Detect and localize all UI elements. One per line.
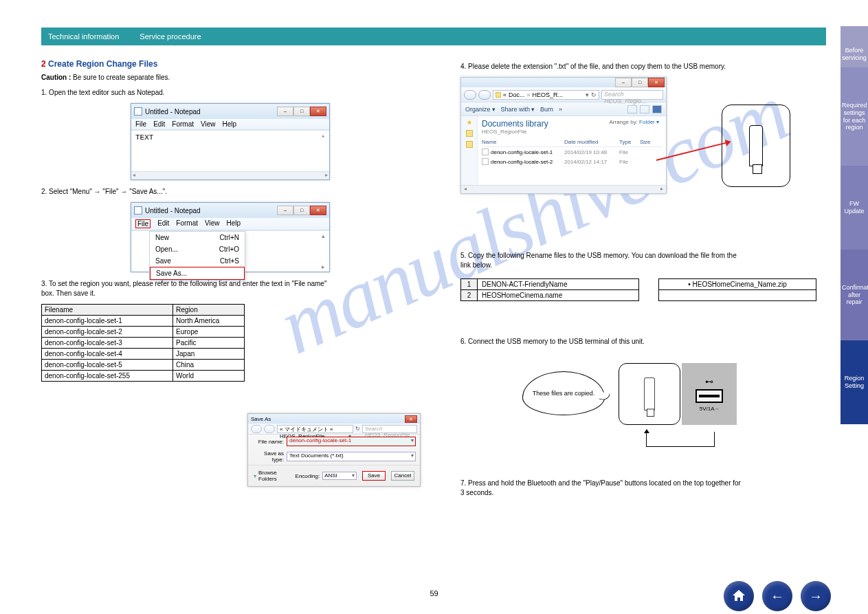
right-sidebar-tabs: Before servicing Required settings for e…	[841, 26, 868, 424]
home-button[interactable]	[724, 581, 754, 611]
next-page-button[interactable]: →	[801, 581, 831, 611]
minimize-button[interactable]: –	[277, 107, 293, 116]
submenu-new[interactable]: NewCtrl+N	[150, 232, 245, 243]
tab-region-setting[interactable]: Region Setting	[841, 340, 868, 424]
menu-format[interactable]: Format	[176, 219, 198, 228]
table-header-filename: Filename	[42, 305, 173, 316]
prev-page-button[interactable]: ←	[762, 581, 792, 611]
menu-edit[interactable]: Edit	[153, 120, 165, 128]
view-button[interactable]	[627, 105, 637, 113]
scrollbar-up-icon[interactable]: ▴	[322, 132, 325, 140]
menu-file[interactable]: File	[135, 120, 146, 128]
header-tech: Technical information	[48, 32, 119, 41]
left-column: 2 Create Region Change Files Caution : B…	[41, 59, 426, 382]
menu-help[interactable]: Help	[223, 120, 237, 128]
usb-drive-illustration	[722, 105, 790, 187]
explorer-sidebar: ★	[461, 116, 478, 185]
usb-symbol-icon: ⊷	[705, 377, 713, 386]
share-button[interactable]: Share with ▾	[501, 106, 535, 113]
close-button[interactable]: ✕	[310, 107, 326, 116]
tab-fw-update[interactable]: FW Update	[841, 166, 868, 250]
table-row: 2HEOSHomeCinema.name	[461, 290, 639, 301]
menu-view[interactable]: View	[201, 120, 216, 128]
page-number: 59	[430, 589, 438, 597]
saveas-title: Save As	[251, 416, 405, 422]
burn-button[interactable]: Burn	[540, 106, 553, 113]
maximize-button[interactable]: □	[293, 206, 310, 215]
help-button[interactable]	[652, 105, 662, 113]
submenu-saveas-highlighted[interactable]: Save As...	[150, 267, 245, 280]
notepad2-menubar: File Edit Format View Help	[131, 218, 329, 230]
browse-folders[interactable]: ▾Browse Folders	[254, 470, 290, 482]
column-headers[interactable]: Name Date modified Type Size	[482, 138, 662, 147]
zip-link[interactable]: • HEOSHomeCinema_Name.zip	[659, 279, 816, 290]
favorites-icon[interactable]: ★	[467, 119, 472, 126]
savetype-label: Save as type:	[252, 450, 284, 463]
submenu-save[interactable]: SaveCtrl+S	[150, 255, 245, 267]
file-row[interactable]: denon-config-locale-set-1 2014/02/19 10:…	[482, 147, 662, 157]
section-heading: 2 Create Region Change Files	[41, 59, 426, 69]
explorer-window: – □ ✕ « Doc... » HEOS_R... ▾	[460, 77, 667, 194]
scrollbar-up-icon[interactable]: ▴	[322, 232, 325, 239]
menu-help[interactable]: Help	[227, 219, 241, 228]
saveas-address[interactable]: « マイドキュメント » HEOS_RegionFile	[277, 425, 353, 433]
organize-button[interactable]: Organize ▾	[465, 106, 496, 113]
usb-connection-diagram: These files are copied. ⊷ 5V/1A ⎓	[522, 371, 811, 415]
explorer-main: Arrange by: Folder ▾ Documents library H…	[478, 116, 666, 185]
cancel-button[interactable]: Cancel	[391, 471, 414, 481]
caution-text: Be sure to create separate files.	[73, 74, 170, 81]
back-button[interactable]	[464, 90, 476, 100]
explorer-navbar: « Doc... » HEOS_R... ▾ ↻ Search HEOS_Reg…	[461, 87, 666, 102]
top-header-bar: Technical information Service procedure	[41, 28, 826, 45]
forward-button[interactable]	[478, 90, 491, 100]
section-name: Create Region Change Files	[48, 59, 157, 69]
folder-icon[interactable]	[466, 130, 473, 137]
explorer-search[interactable]: Search HEOS_Regio...	[601, 90, 663, 100]
filename-input[interactable]: denon-config-locale-set-1	[287, 437, 416, 446]
menu-edit[interactable]: Edit	[157, 219, 169, 228]
explorer-hscroll[interactable]	[461, 185, 666, 193]
step-5: 5. Copy the following Rename files to th…	[460, 251, 816, 270]
menu-format[interactable]: Format	[172, 120, 194, 128]
close-button[interactable]: ✕	[648, 78, 665, 87]
table-row: • HEOSHomeCinema_Name.zip	[659, 279, 816, 290]
maximize-button[interactable]: □	[632, 78, 648, 87]
menu-file-highlighted[interactable]: File	[135, 219, 151, 228]
caution-line: Caution : Be sure to create separate fil…	[41, 73, 426, 83]
notepad2-title: Untitled - Notepad	[145, 207, 277, 215]
preview-button[interactable]	[640, 105, 649, 113]
file-row[interactable]: denon-config-locale-set-2 2014/02/12 14:…	[482, 157, 662, 166]
table-row: denon-config-locale-set-3Pacific	[42, 338, 245, 349]
savetype-select[interactable]: Text Documents (*.txt)	[287, 452, 416, 461]
saveas-search[interactable]: Search HEOS_RegionFile	[362, 425, 417, 433]
forward-button[interactable]	[264, 425, 275, 433]
close-button[interactable]: ✕	[310, 206, 326, 215]
folder-icon[interactable]	[466, 141, 473, 148]
scrollbar-right-icon[interactable]: ▸	[322, 263, 325, 270]
encoding-select[interactable]: ANSI	[322, 472, 357, 480]
tab-before-servicing[interactable]: Before servicing	[841, 26, 868, 67]
back-button[interactable]	[251, 425, 262, 433]
notepad-text-content: TEXT	[135, 133, 153, 142]
port-label: 5V/1A ⎓	[700, 406, 720, 412]
arrange-by[interactable]: Arrange by: Folder ▾	[610, 119, 660, 125]
explorer-address[interactable]: « Doc... » HEOS_R... ▾ ↻	[493, 90, 599, 100]
save-button[interactable]: Save	[362, 471, 386, 481]
menu-view[interactable]: View	[205, 219, 220, 228]
tab-confirmation[interactable]: Confirmation after repair	[841, 250, 868, 340]
maximize-button[interactable]: □	[293, 107, 310, 116]
usb-port-illustration: ⊷ 5V/1A ⎓	[682, 363, 737, 425]
file-submenu: NewCtrl+N Open...Ctrl+O SaveCtrl+S Save …	[149, 231, 245, 281]
more-button[interactable]: »	[559, 106, 562, 113]
explorer-toolbar: Organize ▾ Share with ▾ Burn »	[461, 102, 666, 116]
notepad-app-icon	[134, 107, 142, 116]
notepad-textarea[interactable]: TEXT ▴	[131, 130, 329, 171]
notepad-hscroll[interactable]	[131, 171, 329, 179]
minimize-button[interactable]: –	[277, 206, 293, 215]
minimize-button[interactable]: –	[615, 78, 632, 87]
tab-required-settings[interactable]: Required settings for each region	[841, 67, 868, 166]
submenu-open[interactable]: Open...Ctrl+O	[150, 243, 245, 255]
notepad-menubar: File Edit Format View Help	[131, 119, 329, 130]
step-6: 6. Connect the USB memory to the USB ter…	[460, 337, 645, 347]
close-button[interactable]: ✕	[405, 415, 417, 423]
